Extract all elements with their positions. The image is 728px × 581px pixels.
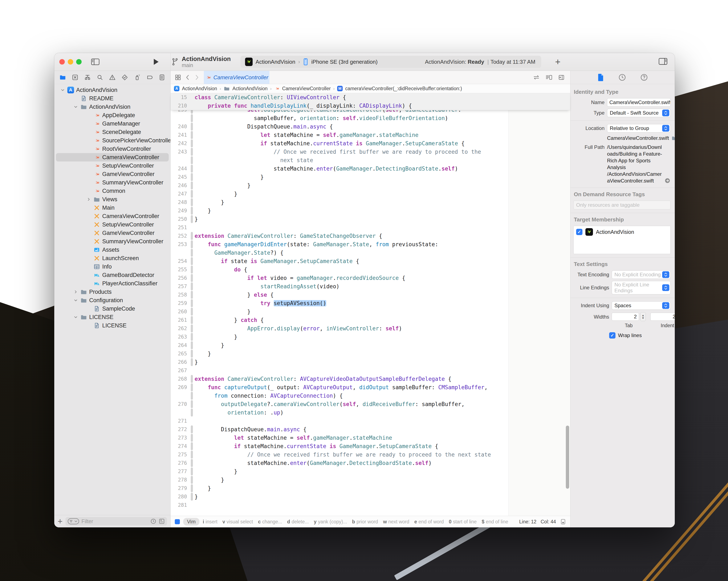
code-line[interactable]: 268extension CameraViewController: AVCap… <box>171 375 570 383</box>
line-number[interactable]: 240 <box>171 124 189 130</box>
code-review-icon[interactable] <box>533 74 540 81</box>
breadcrumb-item[interactable]: ActionAndVision <box>232 86 267 91</box>
code-line[interactable]: 246 } <box>171 181 570 190</box>
line-number[interactable]: 251 <box>171 225 189 231</box>
line-number[interactable]: 264 <box>171 342 189 348</box>
sidebar-item-playeractionclassifier[interactable]: PlayerActionClassifier <box>56 279 169 288</box>
sidebar-item-samplecode[interactable]: SampleCode <box>56 305 169 313</box>
sidebar-item-rootviewcontroller[interactable]: RootViewController <box>56 145 169 153</box>
add-editor-icon[interactable] <box>558 74 565 81</box>
code-area[interactable]: 239 self.outputDelegate?.cameraViewContr… <box>171 110 570 516</box>
code-line[interactable]: 276 stateMachine.enter(GameManager.Detec… <box>171 459 570 467</box>
code-line[interactable]: next state <box>171 156 570 164</box>
code-line[interactable]: 263 } <box>171 333 570 341</box>
close-button[interactable] <box>59 59 65 64</box>
code-line[interactable]: 279 } <box>171 484 570 493</box>
code-line[interactable]: 252extension CameraViewController: GameS… <box>171 232 570 240</box>
line-number[interactable]: 279 <box>171 485 189 491</box>
navigator-toggle-icon[interactable] <box>91 58 100 65</box>
scm-filter-icon[interactable] <box>159 518 165 524</box>
code-line[interactable]: 273 let stateMachine = self.gameManager.… <box>171 433 570 442</box>
code-line[interactable]: 210 private func handleDisplayLink(_ dis… <box>171 102 570 110</box>
go-forward-icon[interactable] <box>194 74 200 81</box>
sidebar-item-summaryviewcontroller[interactable]: SummaryViewController <box>56 178 169 187</box>
location-dropdown[interactable]: Relative to Group <box>607 124 671 132</box>
breadcrumb-item[interactable]: CameraViewController <box>282 86 331 91</box>
line-number[interactable]: 260 <box>171 309 189 315</box>
code-line[interactable]: 247 } <box>171 190 570 198</box>
sidebar-item-gameviewcontroller[interactable]: GameViewController <box>56 170 169 178</box>
code-line[interactable]: 254 if state is GameManager.SetupCameraS… <box>171 257 570 265</box>
code-line[interactable]: 272 DispatchQueue.main.async { <box>171 425 570 433</box>
folder-icon[interactable] <box>671 135 675 141</box>
code-line[interactable]: GameManager.State?) { <box>171 248 570 257</box>
sidebar-item-assets[interactable]: Assets <box>56 246 169 254</box>
code-line[interactable]: 262 AppError.display(error, inViewContro… <box>171 324 570 333</box>
code-line[interactable]: 278 } <box>171 476 570 484</box>
scheme-name[interactable]: ActionAndVision <box>256 59 295 65</box>
zoom-button[interactable] <box>76 59 82 64</box>
line-number[interactable]: 248 <box>171 199 189 205</box>
code-line[interactable]: 271 <box>171 417 570 425</box>
odrt-field[interactable]: Only resources are taggable <box>573 201 671 209</box>
line-number[interactable]: 275 <box>171 452 189 457</box>
disclosure-icon[interactable] <box>72 315 79 319</box>
scheme-selector[interactable]: ActionAndVision › iPhone SE (3rd generat… <box>240 56 541 68</box>
code-line[interactable]: 257 startReadingAsset(video) <box>171 282 570 291</box>
project-navigator-icon[interactable] <box>59 74 66 81</box>
code-line[interactable]: sampleBuffer, orientation: self.videoFil… <box>171 114 570 123</box>
sidebar-item-license[interactable]: LICENSE <box>56 313 169 321</box>
go-back-icon[interactable] <box>185 74 190 81</box>
line-number[interactable]: 255 <box>171 267 189 272</box>
line-number[interactable]: 257 <box>171 284 189 289</box>
minimap-toggle-icon[interactable] <box>560 519 566 525</box>
source-control-icon[interactable] <box>72 74 78 81</box>
line-number[interactable]: 249 <box>171 208 189 214</box>
breadcrumb-item[interactable]: cameraViewController(_:didReceiveBuffer:… <box>345 86 462 91</box>
lineendings-dropdown[interactable]: No Explicit Line Endings <box>612 281 671 294</box>
code-line[interactable]: 275 // Once we received first buffer we … <box>171 450 570 459</box>
code-line[interactable]: 260 } <box>171 308 570 316</box>
filter-field[interactable]: Filter <box>66 517 167 526</box>
line-number[interactable]: 270 <box>171 401 189 407</box>
sidebar-item-info[interactable]: Info <box>56 262 169 271</box>
code-line[interactable]: 264 } <box>171 341 570 349</box>
line-number[interactable]: 259 <box>171 300 189 306</box>
code-line[interactable]: 261 } catch { <box>171 316 570 324</box>
code-line[interactable]: 250} <box>171 215 570 223</box>
line-number[interactable]: 268 <box>171 376 189 382</box>
line-number[interactable]: 263 <box>171 334 189 340</box>
sidebar-item-main[interactable]: Main <box>56 204 169 212</box>
related-items-icon[interactable] <box>175 74 181 81</box>
line-number[interactable]: 262 <box>171 325 189 332</box>
recent-files-icon[interactable] <box>150 518 156 524</box>
code-line[interactable]: 249 } <box>171 207 570 215</box>
code-line[interactable]: 270 outputDelegate?.cameraViewController… <box>171 400 570 408</box>
sidebar-item-actionandvision[interactable]: ActionAndVision <box>56 103 169 111</box>
report-navigator-icon[interactable] <box>159 74 165 81</box>
code-line[interactable]: 240 DispatchQueue.main.async { <box>171 123 570 131</box>
tab-cameraviewcontroller[interactable]: CameraViewController <box>204 71 269 84</box>
line-number[interactable]: 256 <box>171 275 189 281</box>
inspector-toggle-icon[interactable] <box>658 58 668 65</box>
code-line[interactable]: 245 } <box>171 173 570 181</box>
sidebar-item-scenedelegate[interactable]: SceneDelegate <box>56 128 169 136</box>
issue-navigator-icon[interactable] <box>109 74 116 81</box>
help-inspector-icon[interactable] <box>640 73 648 81</box>
add-file-button[interactable]: + <box>58 517 62 526</box>
open-path-arrow-icon[interactable] <box>664 178 671 184</box>
disclosure-icon[interactable] <box>59 88 67 92</box>
sidebar-item-summaryviewcontroller[interactable]: SummaryViewController <box>56 237 169 246</box>
line-number[interactable]: 250 <box>171 216 189 222</box>
line-number[interactable]: 265 <box>171 351 189 356</box>
tab-width-field[interactable]: 2 <box>612 313 639 321</box>
breakpoint-navigator-icon[interactable] <box>146 74 153 81</box>
code-line[interactable]: 251 <box>171 223 570 232</box>
line-number[interactable]: 246 <box>171 183 189 188</box>
line-number[interactable]: 269 <box>171 385 189 390</box>
sidebar-item-common[interactable]: Common <box>56 187 169 195</box>
sidebar-item-setupviewcontroller[interactable]: SetupViewController <box>56 161 169 170</box>
code-line[interactable]: 265 } <box>171 349 570 358</box>
code-line[interactable]: 274 if stateMachine.currentState is Game… <box>171 442 570 450</box>
sidebar-item-actionandvision[interactable]: AActionAndVision <box>56 86 169 94</box>
